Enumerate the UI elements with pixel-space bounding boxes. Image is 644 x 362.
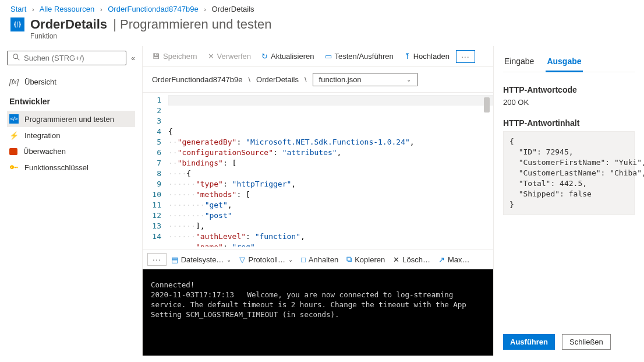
crumb-resources[interactable]: Alle Ressourcen: [40, 5, 95, 13]
refresh-button[interactable]: ↻ Aktualisieren: [257, 50, 318, 63]
expand-icon: ↗: [438, 255, 445, 264]
fx-icon: [fx]: [9, 77, 19, 86]
chevron-right-icon: ›: [100, 6, 102, 13]
sidebar-item-integration[interactable]: ⚡ Integration: [7, 127, 135, 143]
sidebar-item-code-test[interactable]: </> Programmieren und testen: [7, 111, 135, 127]
crumb-start[interactable]: Start: [10, 5, 26, 13]
scrollbar-thumb[interactable]: [484, 97, 490, 113]
function-icon: [10, 17, 24, 31]
tab-output[interactable]: Ausgabe: [546, 54, 582, 72]
code-area[interactable]: { ··"generatedBy": "Microsoft.NET.Sdk.Fu…: [168, 95, 493, 247]
editor-toolbar: 💾︎ Speichern ✕ Verwerfen ↻ Aktualisieren…: [143, 46, 493, 67]
current-line-highlight: [168, 95, 493, 106]
console-more-button[interactable]: ···: [147, 253, 167, 266]
sidebar-item-label: Übersicht: [24, 78, 56, 86]
console-toolbar: ··· ▤ Dateisyste… ⌄ ▽ Protokoll… ⌄ □ Anh…: [143, 249, 493, 269]
copy-icon: ⧉: [346, 255, 352, 264]
sidebar-item-label: Integration: [24, 131, 60, 140]
clear-icon: ✕: [393, 255, 399, 264]
sidebar-item-label: Überwachen: [23, 147, 66, 156]
run-button[interactable]: Ausführen: [503, 334, 555, 350]
folder-icon: ▤: [171, 255, 178, 264]
protocol-button[interactable]: ▽ Protokoll… ⌄: [236, 253, 296, 266]
chevron-down-icon: ⌄: [288, 256, 293, 263]
search-input[interactable]: [24, 54, 121, 62]
copy-button[interactable]: ⧉ Kopieren: [343, 252, 388, 266]
tab-input[interactable]: Eingabe: [503, 54, 535, 72]
path-sep: \: [305, 75, 307, 84]
sidebar-item-overview[interactable]: [fx] Übersicht: [7, 73, 135, 90]
file-path-bar: OrderFunctiondad8747b9e \ OrderDetails \…: [143, 67, 493, 93]
discard-icon: ✕: [208, 52, 214, 61]
toolbar-more-button[interactable]: ···: [456, 50, 475, 63]
maximize-button[interactable]: ↗ Max…: [435, 253, 473, 266]
page-title: OrderDetails: [30, 17, 107, 32]
bolt-icon: ⚡: [9, 131, 19, 140]
filter-icon: ▽: [239, 255, 245, 264]
clear-button[interactable]: ✕ Lösch…: [390, 253, 434, 266]
sidebar-item-label: Funktionsschlüssel: [24, 163, 89, 172]
search-icon: [12, 53, 20, 63]
chevron-right-icon: ›: [204, 6, 206, 13]
chevron-down-icon: ⌄: [406, 76, 411, 83]
upload-button[interactable]: ⤒ Hochladen: [400, 50, 454, 63]
response-body-heading: HTTP-Antwortinhalt: [503, 118, 635, 128]
sidebar-item-monitor[interactable]: Überwachen: [7, 143, 135, 159]
close-button[interactable]: Schließen: [562, 334, 611, 350]
sidebar-item-label: Programmieren und testen: [24, 115, 114, 124]
play-icon: ▭: [325, 52, 332, 61]
discard-button[interactable]: ✕ Verwerfen: [204, 50, 256, 63]
panel-footer: Ausführen Schließen: [503, 326, 635, 350]
refresh-icon: ↻: [261, 52, 268, 61]
save-icon: 💾︎: [153, 52, 160, 61]
pause-button[interactable]: □ Anhalten: [298, 253, 342, 266]
search-input-wrap[interactable]: [7, 51, 126, 65]
chevron-right-icon: ›: [32, 6, 34, 13]
file-select-dropdown[interactable]: function.json ⌄: [313, 73, 417, 86]
test-panel: Eingabe Ausgabe HTTP-Antwortcode 200 OK …: [494, 46, 644, 356]
save-button[interactable]: 💾︎ Speichern: [148, 50, 201, 63]
svg-line-1: [17, 58, 20, 61]
crumb-current: OrderDetails: [212, 5, 254, 13]
test-run-button[interactable]: ▭ Testen/Ausführen: [321, 50, 398, 63]
path-sep: \: [248, 75, 250, 84]
collapse-sidebar-button[interactable]: «: [131, 54, 135, 62]
page-title-suffix: | Programmieren und testen: [109, 17, 271, 32]
crumb-function-app[interactable]: OrderFunctiondad8747b9e: [108, 5, 198, 13]
center-panel: 💾︎ Speichern ✕ Verwerfen ↻ Aktualisieren…: [143, 46, 494, 356]
response-body[interactable]: { "ID": 72945, "CustomerFirstName": "Yuk…: [503, 131, 635, 215]
code-icon: </>: [9, 114, 19, 124]
chevron-down-icon: ⌄: [227, 256, 231, 263]
sidebar-section-developer: Entwickler: [7, 90, 135, 111]
filesystem-button[interactable]: ▤ Dateisyste… ⌄: [168, 253, 235, 266]
pause-icon: □: [301, 255, 306, 264]
breadcrumb: Start › Alle Ressourcen › OrderFunctiond…: [0, 0, 644, 16]
path-function-app: OrderFunctiondad8747b9e: [152, 75, 242, 84]
key-icon: 🔑︎: [9, 163, 19, 172]
response-code-heading: HTTP-Antwortcode: [503, 85, 635, 94]
page-header: OrderDetails | Programmieren und testen: [0, 16, 644, 32]
response-code-value: 200 OK: [503, 98, 635, 107]
test-tabs: Eingabe Ausgabe: [503, 54, 635, 72]
svg-point-0: [13, 54, 18, 59]
upload-icon: ⤒: [404, 52, 411, 61]
monitor-icon: [9, 148, 17, 155]
path-function: OrderDetails: [256, 75, 299, 84]
log-console[interactable]: Connected! 2020-11-03T17:17:13 Welcome, …: [143, 269, 493, 356]
line-gutter: 1234567891011121314: [143, 95, 168, 247]
code-editor[interactable]: 1234567891011121314 { ··"generatedBy": "…: [143, 93, 493, 249]
sidebar: « [fx] Übersicht Entwickler </> Programm…: [0, 46, 143, 356]
resource-kind: Funktion: [0, 32, 644, 46]
sidebar-item-function-keys[interactable]: 🔑︎ Funktionsschlüssel: [7, 159, 135, 175]
